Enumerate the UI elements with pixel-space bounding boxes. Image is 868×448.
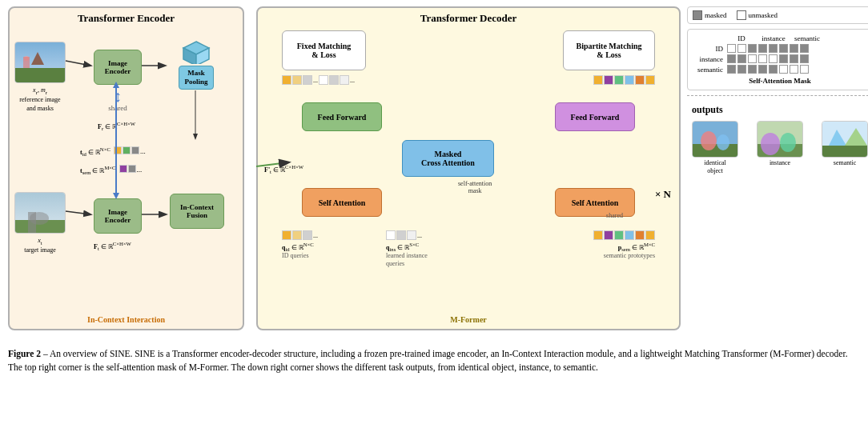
formula-tid: tid ∈ ℝN×C ... xyxy=(80,146,146,158)
incontext-block: In-ContextFusion xyxy=(170,194,224,229)
tgt-label: xttarget image xyxy=(14,237,66,255)
formula-tsem: tsem ∈ ℝM×C ... xyxy=(80,164,142,177)
outputs-title: outputs xyxy=(692,104,868,116)
grid-row-instance: instance xyxy=(693,54,867,63)
diagram-area: Transformer Encoder xyxy=(8,6,860,342)
decoder-panel: Transformer Decoder Fixed Matching& Loss… xyxy=(256,6,681,330)
encoder-title: Transformer Encoder xyxy=(10,8,243,25)
svg-point-18 xyxy=(761,133,780,155)
figure-label: Figure 2 xyxy=(8,349,41,358)
mca-box: MaskedCross Attention xyxy=(402,140,494,177)
caption-text: An overview of SINE. SINE is a Transform… xyxy=(8,349,848,372)
output-sem-block: semantic xyxy=(822,121,868,174)
tokens-left-top: ... ... xyxy=(282,75,355,85)
ref-label: xr, mrreference imageand masks xyxy=(14,86,66,113)
caption-dash: – xyxy=(41,349,50,358)
Ft-prime-label: F't ∈ ℝC×H×W xyxy=(264,164,303,174)
sa-mask-grid: ID instance semantic ID xyxy=(687,29,868,90)
bipartite-matching-box: Bipartite Matching& Loss xyxy=(563,30,655,70)
qid-tokens: ... qid ∈ ℝN×C ID queries xyxy=(282,230,318,259)
grid-header: ID instance semantic xyxy=(726,34,867,42)
psem-tokens: psem ∈ ℝM×C semantic prototypes xyxy=(593,230,655,259)
main-container: Transformer Encoder xyxy=(0,0,868,382)
unmasked-label: unmasked xyxy=(749,11,778,19)
shared-dec-label: shared xyxy=(606,212,623,219)
ref-image xyxy=(14,42,66,83)
ff-left-box: Feed Forward xyxy=(302,102,382,131)
enc-ref-block: ImageEncoder xyxy=(94,50,142,85)
output-inst-block: instance xyxy=(757,121,803,174)
row-inst-label: instance xyxy=(693,55,726,63)
sa-left-box: Self Attention xyxy=(302,188,382,217)
sa-mask-label: self-attentionmask xyxy=(458,180,492,194)
divider xyxy=(687,95,868,96)
decoder-title: Transformer Decoder xyxy=(258,8,679,25)
formula-Fr: Fr ∈ ℝC×H×W xyxy=(98,120,135,133)
enc-tgt-block: ImageEncoder xyxy=(94,198,142,234)
tokens-right-top xyxy=(593,75,655,85)
qins-tokens: ... qins ∈ ℝS×C learned instancequeries xyxy=(386,230,428,267)
svg-rect-13 xyxy=(693,144,738,158)
dec-subtitle: M-Former xyxy=(258,315,679,324)
svg-point-14 xyxy=(701,131,717,150)
output-sem-label: semantic xyxy=(834,159,856,167)
shared-connector: ↕ shared xyxy=(97,88,139,112)
output-images-row: identicalobject instance xyxy=(692,121,868,174)
enc-subtitle: In-Context Interaction xyxy=(10,315,243,324)
output-inst-label: instance xyxy=(770,159,790,167)
svg-rect-21 xyxy=(822,146,868,158)
svg-point-8 xyxy=(30,212,49,225)
xN-label: × N xyxy=(655,188,671,201)
fixed-matching-box: Fixed Matching& Loss xyxy=(282,30,366,70)
row-id-label: ID xyxy=(693,45,726,53)
svg-point-19 xyxy=(780,133,796,152)
outputs-section: outputs identicalobject xyxy=(687,101,868,178)
legend: masked unmasked xyxy=(687,6,868,24)
sa-mask-title: Self-Attention Mask xyxy=(693,77,867,85)
svg-rect-1 xyxy=(15,68,66,83)
grid-row-id: ID xyxy=(693,44,867,53)
tgt-image xyxy=(14,192,66,234)
mask-pooling-block: MaskPooling xyxy=(168,38,224,91)
output-id-label: identicalobject xyxy=(704,159,726,174)
ff-right-box: Feed Forward xyxy=(555,102,635,131)
output-id-block: identicalobject xyxy=(692,121,738,174)
row-sem-label: semantic xyxy=(693,66,726,74)
sa-right-box: Self Attention xyxy=(555,188,635,217)
svg-point-15 xyxy=(717,134,729,150)
col-instance: instance xyxy=(757,34,790,42)
masked-label: masked xyxy=(705,11,727,19)
col-id: ID xyxy=(726,34,757,42)
grid-row-semantic: semantic xyxy=(693,65,867,74)
col-semantic: semantic xyxy=(790,34,824,42)
svg-rect-4 xyxy=(23,57,30,68)
caption: Figure 2 – An overview of SINE. SINE is … xyxy=(8,347,860,375)
formula-Ft: Ft ∈ ℝC×H×W xyxy=(94,240,131,253)
encoder-panel: Transformer Encoder xyxy=(8,6,244,330)
right-panel: masked unmasked ID instance semantic ID xyxy=(687,6,868,330)
